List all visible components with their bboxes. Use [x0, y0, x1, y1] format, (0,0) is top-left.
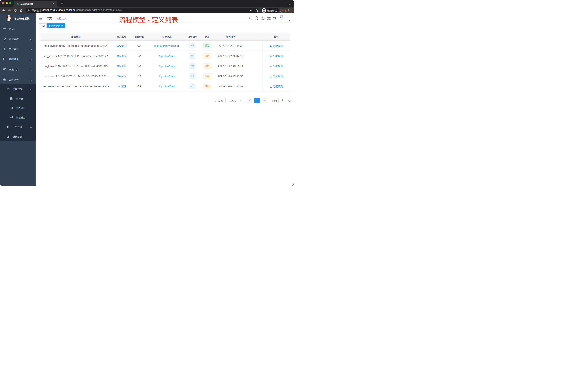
svg-text:¥: ¥ — [4, 47, 5, 50]
svg-text:?: ? — [262, 17, 263, 19]
